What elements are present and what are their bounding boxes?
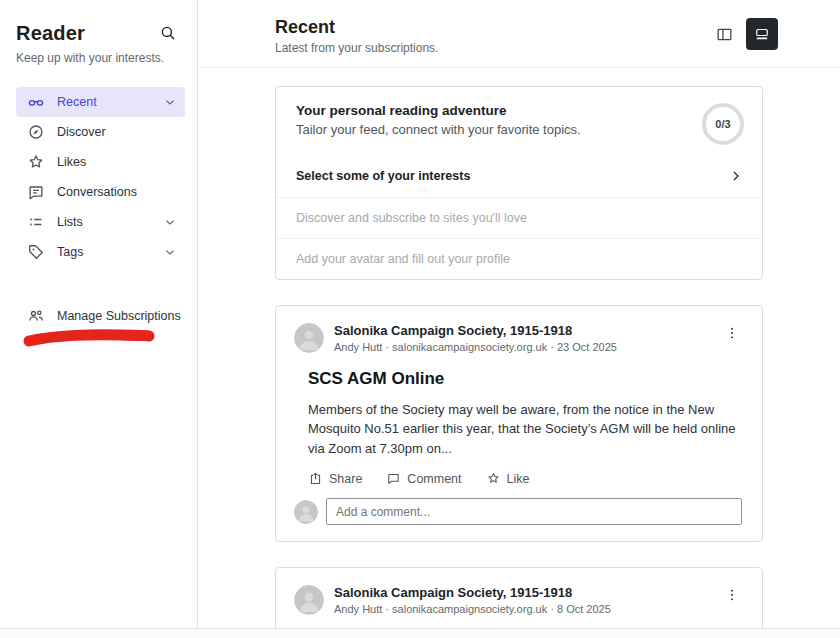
sidebar-item-label: Discover [57,125,106,139]
sidebar-item-label: Lists [57,215,83,229]
chevron-down-icon[interactable] [163,245,177,259]
share-icon [308,471,323,486]
list-icon [26,212,46,232]
sidebar-item-discover[interactable]: Discover [16,117,185,147]
post-card: Salonika Campaign Society, 1915-1918 And… [275,567,763,628]
sidebar-nav: Recent Discover Lik [16,87,185,267]
sidebar-toggle-button[interactable] [713,23,736,46]
page-title: Recent [275,17,763,38]
site-name[interactable]: Salonika Campaign Society, 1915-1918 [334,585,712,600]
avatar [294,500,318,524]
chevron-down-icon[interactable] [163,95,177,109]
comment-label: Comment [407,472,461,486]
feed: Your personal reading adventure Tailor y… [198,68,840,628]
task-select-interests[interactable]: Select some of your interests [276,155,762,197]
comment-icon [386,471,401,486]
post-title[interactable]: SCS AGM Online [308,368,742,391]
progress-ring: 0/3 [702,103,744,145]
onboarding-subtitle: Tailor your feed, connect with your favo… [296,122,581,137]
sidebar-item-likes[interactable]: Likes [16,147,185,177]
share-button[interactable]: Share [308,471,362,486]
main-panel: Recent Latest from your subscriptions. [197,0,840,628]
sidebar-item-tags[interactable]: Tags [16,237,185,267]
glasses-icon [26,92,46,112]
reader-app: Reader Keep up with your interests. R [0,0,840,638]
display-options-button[interactable] [746,18,778,50]
avatar[interactable] [294,323,324,353]
onboarding-card: Your personal reading adventure Tailor y… [275,86,763,280]
tag-icon [26,242,46,262]
reader-subtitle: Keep up with your interests. [16,51,185,65]
window-bottom-edge [0,628,840,638]
site-name[interactable]: Salonika Campaign Society, 1915-1918 [334,323,712,338]
kebab-menu-button[interactable] [722,587,742,606]
comment-input[interactable] [326,498,742,525]
task-discover-sites[interactable]: Discover and subscribe to sites you'll l… [276,197,762,238]
task-label: Add your avatar and fill out your profil… [296,252,510,266]
sidebar-item-recent[interactable]: Recent [16,87,185,117]
sidebar-item-conversations[interactable]: Conversations [16,177,185,207]
comment-button[interactable]: Comment [386,471,461,486]
kebab-icon [724,587,740,603]
search-button[interactable] [157,22,179,47]
search-icon [159,24,177,42]
progress-value: 0/3 [715,118,730,130]
reader-title: Reader [16,22,85,45]
manage-subscriptions-button[interactable]: Manage Subscriptions [16,306,181,326]
display-options-icon [753,25,771,43]
onboarding-title: Your personal reading adventure [296,103,581,118]
star-icon [26,152,46,172]
post-excerpt[interactable]: Members of the Society may well be aware… [308,400,742,459]
task-label: Select some of your interests [296,169,470,183]
kebab-icon [724,325,740,341]
main-header: Recent Latest from your subscriptions. [198,0,840,68]
sidebar-item-label: Tags [57,245,83,259]
manage-subscriptions-label: Manage Subscriptions [57,309,181,323]
like-button[interactable]: Like [486,471,530,486]
compass-icon [26,122,46,142]
sidebar-item-label: Conversations [57,185,137,199]
sidebar: Reader Keep up with your interests. R [0,0,197,628]
conversations-icon [26,182,46,202]
chevron-down-icon[interactable] [163,215,177,229]
like-label: Like [507,472,530,486]
red-underline-annotation [20,325,158,351]
sidebar-item-label: Likes [57,155,86,169]
kebab-menu-button[interactable] [722,325,742,344]
avatar[interactable] [294,585,324,615]
chevron-right-icon [728,168,744,184]
sidebar-item-lists[interactable]: Lists [16,207,185,237]
sidebar-item-label: Recent [57,95,97,109]
sidebar-toggle-icon [715,25,734,44]
task-complete-profile[interactable]: Add your avatar and fill out your profil… [276,238,762,279]
task-label: Discover and subscribe to sites you'll l… [296,211,527,225]
post-meta: Andy Hutt · salonikacampaignsociety.org.… [334,603,712,615]
share-label: Share [329,472,362,486]
like-icon [486,471,501,486]
post-meta: Andy Hutt · salonikacampaignsociety.org.… [334,341,712,353]
page-subtitle: Latest from your subscriptions. [275,41,763,55]
post-card: Salonika Campaign Society, 1915-1918 And… [275,305,763,542]
people-icon [26,306,46,326]
